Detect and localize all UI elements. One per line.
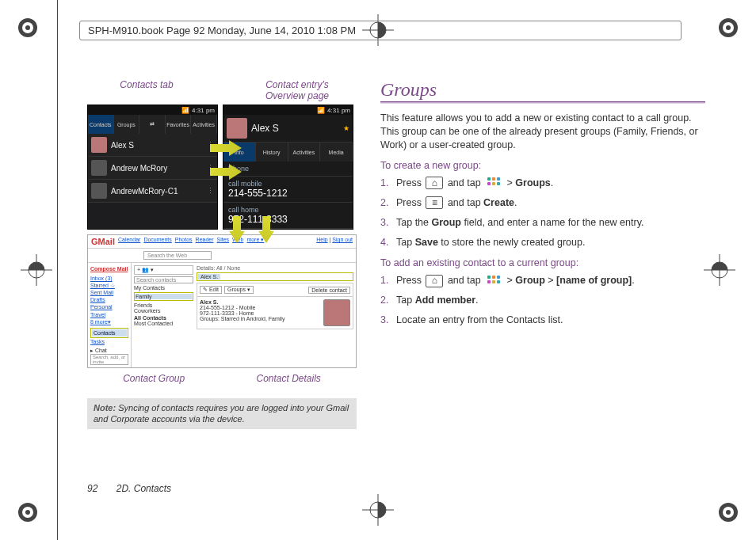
gmail-toplink: Photos — [175, 237, 193, 246]
gmail-detail-line: Groups: Starred in Android, Family — [200, 316, 319, 321]
gmail-logo: GMail — [91, 237, 115, 246]
gmail-group-family: Family — [136, 294, 192, 299]
subhead-add-existing: To add an existing contact to a current … — [380, 257, 705, 268]
gmail-search-contacts: Search contacts — [134, 276, 193, 283]
note-label: Note: — [94, 403, 116, 413]
gmail-chat: ▸ Chat — [90, 348, 107, 353]
label-overview-page: Contact entry's Overview page — [238, 79, 357, 101]
gmail-contacts-link: Contacts — [92, 329, 127, 337]
heading-rule — [380, 101, 705, 104]
gmail-toplink: Sign out — [332, 237, 353, 242]
gmail-detail-line: 214-555-1212 - Mobile — [200, 305, 319, 310]
label-contact-group: Contact Group — [123, 373, 185, 384]
page-number: 92 — [87, 483, 97, 494]
signal-icon: 📶 — [181, 107, 189, 114]
gmail-edit-button: ✎ Edit — [200, 286, 222, 294]
step-item: Press ≡ and tap Create. — [380, 196, 705, 210]
gmail-toplink: more ▾ — [246, 237, 264, 246]
apps-grid-icon — [485, 177, 502, 189]
screenshot-gmail-contacts: GMail Calendar Documents Photos Reader S… — [87, 234, 357, 368]
gmail-side-link: Personal — [90, 303, 128, 310]
gmail-toolbar: +👥▾ — [134, 265, 193, 275]
contact-row: Alex S⋮ — [88, 134, 217, 157]
gmail-toplink: Reader — [196, 237, 214, 246]
gmail-toplink: Sites — [217, 237, 230, 246]
avatar — [323, 299, 350, 326]
gmail-side-link: Travel — [90, 311, 128, 318]
heading-groups: Groups — [380, 79, 705, 101]
subtab-media: Media — [320, 143, 353, 162]
svg-point-5 — [726, 25, 731, 30]
gmail-side-link: Drafts — [90, 296, 128, 303]
step-item: Locate an entry from the Contacts list. — [380, 313, 705, 327]
step-item: Tap Save to store the newly created grou… — [380, 235, 705, 249]
screenshot-contacts-tab: 📶4:31 pm Contacts Groups ⇄ Favorites Act… — [87, 105, 218, 230]
svg-point-2 — [25, 25, 30, 30]
subhead-create-group: To create a new group: — [380, 160, 705, 171]
step-item: Tap the Group field, and enter a name fo… — [380, 215, 705, 230]
page-footer: 92 2D. Contacts — [87, 483, 171, 494]
avatar — [91, 137, 107, 153]
gmail-selected-contact: Alex S. — [198, 274, 220, 280]
tab-sync-icon: ⇄ — [139, 115, 166, 134]
avatar — [91, 183, 107, 199]
svg-point-11 — [726, 510, 731, 515]
gmail-all-contacts: All Contacts — [134, 315, 193, 321]
section-label-phone: Phone — [223, 162, 353, 177]
gmail-side-link: Inbox (3) — [90, 275, 128, 282]
book-header: SPH-M910.book Page 92 Monday, June 14, 2… — [79, 21, 682, 40]
gmail-search-web: Search the Web — [143, 251, 212, 260]
gmail-side-link: 8 more▾ — [90, 318, 128, 325]
gmail-toplink: Calendar — [118, 237, 140, 246]
gmail-side-link: Sent Mail — [90, 289, 128, 296]
intro-paragraph: This feature allows you to add a new or … — [380, 112, 705, 152]
registration-mark-bottom-right — [716, 500, 740, 524]
gmail-toplink: Documents — [143, 237, 171, 246]
gmail-group-item: Friends — [134, 302, 193, 308]
step-item: Press ⌂ and tap > Groups. — [380, 176, 705, 190]
avatar — [91, 160, 107, 176]
vertical-crop-line — [57, 0, 58, 540]
signal-icon: 📶 — [317, 107, 325, 114]
svg-point-8 — [25, 510, 30, 515]
avatar — [227, 118, 247, 139]
gmail-toplink: Help — [316, 237, 327, 242]
tab-favorites: Favorites — [166, 115, 192, 134]
gmail-group-item: Coworkers — [134, 308, 193, 314]
contact-row: AndrewMcRory-C1⋮ — [88, 180, 217, 203]
gmail-group-item: My Contacts — [134, 285, 193, 291]
step-item: Tap Add member. — [380, 293, 705, 307]
star-icon: ★ — [343, 124, 349, 132]
gmail-delete-button: Delete contact — [308, 287, 350, 294]
gmail-tasks-link: Tasks — [90, 338, 128, 345]
crop-mark-left — [21, 254, 52, 286]
subtab-activities: Activities — [288, 143, 321, 162]
gmail-details-header: Details: All / None — [197, 265, 353, 271]
gmail-side-link: Starred ☆ — [90, 282, 128, 289]
registration-mark-top-left — [16, 16, 40, 40]
clock-text: 4:31 pm — [192, 107, 215, 114]
apps-grid-icon — [485, 275, 502, 287]
crop-mark-right — [704, 254, 735, 286]
tab-groups: Groups — [114, 115, 140, 134]
subtab-history: History — [256, 143, 288, 162]
registration-mark-top-right — [716, 16, 740, 40]
registration-mark-bottom-left — [16, 500, 40, 524]
gmail-detail-line: 972-111-3333 - Home — [200, 310, 319, 316]
clock-text: 4:31 pm — [327, 107, 350, 114]
gmail-detail-name: Alex S. — [200, 299, 319, 305]
home-key-icon: ⌂ — [426, 275, 443, 287]
home-key-icon: ⌂ — [426, 177, 443, 189]
tab-contacts: Contacts — [88, 115, 114, 134]
phone-row: call home972-111-3333 — [223, 203, 353, 229]
screenshot-contact-overview: 📶4:31 pm Alex S★ Info History Activities… — [223, 105, 353, 230]
note-text: Syncing of contacts requires you are log… — [94, 403, 349, 424]
note-box: Note: Syncing of contacts requires you a… — [87, 398, 357, 430]
section-title: 2D. Contacts — [116, 483, 171, 494]
label-contacts-tab: Contacts tab — [87, 79, 206, 101]
contact-row: Andrew McRory⋮ — [88, 157, 217, 180]
step-item: Press ⌂ and tap > Group > [name of group… — [380, 273, 705, 287]
gmail-groups-button: Groups ▾ — [224, 286, 254, 294]
gmail-most-contacted: Most Contacted — [134, 321, 193, 326]
crop-mark-bottom — [362, 494, 394, 526]
